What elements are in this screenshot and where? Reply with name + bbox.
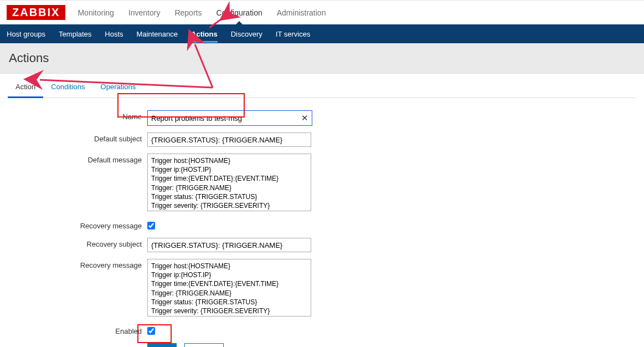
clear-name-icon[interactable]: ✕ bbox=[297, 113, 312, 123]
recovery-message-textarea-label: Recovery message bbox=[8, 259, 147, 269]
form-tabs: Action Conditions Operations bbox=[8, 77, 636, 98]
default-subject-input[interactable] bbox=[147, 132, 311, 147]
nav-monitoring[interactable]: Monitoring bbox=[78, 8, 114, 17]
subnav-host-groups[interactable]: Host groups bbox=[7, 25, 45, 43]
subnav-maintenance[interactable]: Maintenance bbox=[137, 25, 178, 43]
top-nav: Monitoring Inventory Reports Configurati… bbox=[78, 8, 326, 17]
recovery-message-checkbox[interactable] bbox=[147, 222, 155, 229]
enabled-label: Enabled bbox=[8, 325, 147, 335]
nav-configuration[interactable]: Configuration bbox=[216, 8, 262, 17]
tab-action[interactable]: Action bbox=[8, 77, 43, 98]
enabled-checkbox[interactable] bbox=[147, 327, 155, 335]
subnav-templates[interactable]: Templates bbox=[59, 25, 91, 43]
name-input[interactable] bbox=[148, 111, 297, 125]
recovery-subject-input[interactable] bbox=[147, 238, 311, 252]
page-header: Actions bbox=[0, 43, 644, 74]
logo: ZABBIX bbox=[7, 5, 65, 20]
subnav-actions[interactable]: Actions bbox=[191, 25, 218, 43]
nav-inventory[interactable]: Inventory bbox=[128, 8, 161, 17]
top-bar: ZABBIX Monitoring Inventory Reports Conf… bbox=[0, 0, 644, 24]
tab-conditions[interactable]: Conditions bbox=[43, 77, 92, 98]
tab-operations[interactable]: Operations bbox=[93, 77, 144, 98]
recovery-message-checkbox-label: Recovery message bbox=[8, 220, 147, 230]
default-subject-label: Default subject bbox=[8, 132, 147, 143]
default-message-label: Default message bbox=[8, 154, 147, 164]
sub-nav: Host groups Templates Hosts Maintenance … bbox=[0, 24, 644, 43]
recovery-subject-label: Recovery subject bbox=[8, 238, 147, 248]
subnav-it-services[interactable]: IT services bbox=[276, 25, 311, 43]
recovery-message-textarea[interactable] bbox=[147, 259, 311, 317]
nav-reports[interactable]: Reports bbox=[174, 8, 202, 17]
name-input-wrap: ✕ bbox=[147, 110, 312, 126]
subnav-discovery[interactable]: Discovery bbox=[231, 25, 262, 43]
add-button[interactable]: Add bbox=[147, 343, 177, 347]
name-label: Name bbox=[8, 110, 147, 121]
cancel-button[interactable]: Cancel bbox=[184, 343, 223, 347]
subnav-hosts[interactable]: Hosts bbox=[105, 25, 123, 43]
action-form: Name ✕ Default subject Default message bbox=[8, 98, 636, 347]
nav-administration[interactable]: Administration bbox=[277, 8, 326, 17]
page-title: Actions bbox=[9, 51, 635, 65]
default-message-textarea[interactable] bbox=[147, 154, 311, 211]
